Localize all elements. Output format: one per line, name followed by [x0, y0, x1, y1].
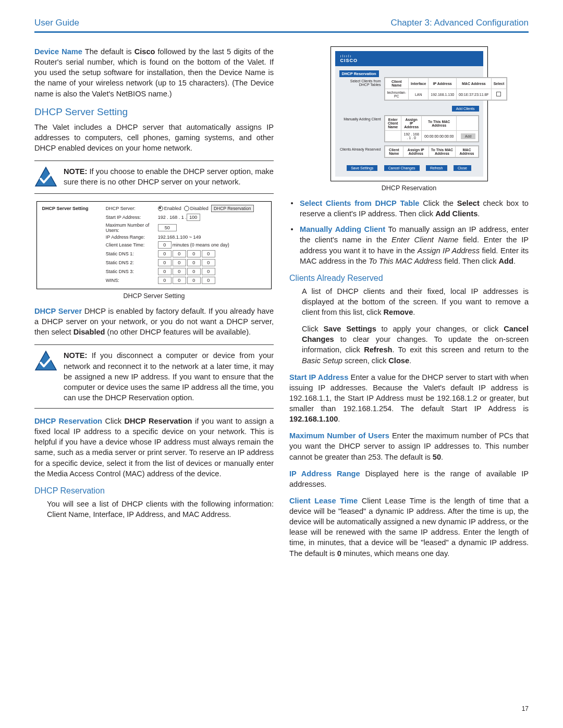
fig2-section-title: DHCP Reservation — [339, 70, 379, 77]
table-row: technonlan-PC LAN 192.168.1.130 00:1E:37… — [385, 89, 507, 100]
fig2-sub-already: Clients Already Reserved — [339, 145, 381, 158]
note-box-1: NOTE: If you choose to enable the DHCP s… — [34, 161, 274, 194]
para-dhcp-intro: The Valet includes a DHCP server that au… — [34, 122, 274, 153]
para-already-2: Click Save Settings to apply your change… — [302, 324, 529, 366]
fig1-label-lease: Client Lease Time: — [106, 242, 158, 248]
fig2-btn-close: Close — [454, 165, 471, 171]
para-resv-intro: You will see a list of DHCP clients with… — [47, 499, 274, 520]
fig1-val-start-last: 100 — [187, 214, 200, 221]
fig2-sub-manual: Manually Adding Client — [339, 115, 381, 142]
para-already-1: A list of DHCP clients and their fixed, … — [302, 286, 529, 317]
header-left: User Guide — [34, 18, 79, 28]
figure-dhcp-reservation: ılıılı CISCO DHCP Reservation Select Cli… — [331, 46, 488, 181]
heading-dhcp-server-setting: DHCP Server Setting — [34, 106, 274, 118]
checkmark-icon — [34, 166, 57, 188]
radio-enabled-icon — [158, 206, 163, 211]
heading-clients-already-reserved: Clients Already Reserved — [289, 274, 529, 283]
fig2-btn-refresh: Refresh — [426, 165, 447, 171]
para-device-name: Device Name The default is Cisco followe… — [34, 46, 274, 99]
term-manually-adding: Manually Adding Client — [300, 225, 385, 233]
radio-disabled-icon — [184, 206, 189, 211]
page-number: 17 — [522, 705, 529, 712]
header-right: Chapter 3: Advanced Configuration — [390, 18, 529, 28]
checkbox-icon — [496, 92, 501, 96]
para-dhcp-reservation: DHCP Reservation Click DHCP Reservation … — [34, 416, 274, 479]
checkmark-icon — [34, 350, 57, 372]
fig1-label-start: Start IP Address: — [106, 215, 158, 220]
term-cisco: Cisco — [134, 47, 155, 56]
term-start-ip: Start IP Address — [289, 373, 348, 381]
fig2-btn-save: Save Settings — [347, 165, 377, 171]
para-dhcp-server: DHCP Server DHCP is enabled by factory d… — [34, 306, 274, 337]
term-client-lease: Client Lease Time — [289, 497, 358, 505]
para-max-users: Maximum Number of Users Enter the maximu… — [289, 430, 529, 462]
svg-marker-1 — [35, 351, 56, 370]
cisco-logo-bar: ılıılı CISCO — [335, 51, 483, 66]
term-dhcp-reservation: DHCP Reservation — [34, 417, 102, 425]
fig1-label-dns3: Static DNS 3: — [106, 269, 158, 274]
fig1-opt-disabled: Disabled — [190, 206, 209, 211]
term-dhcp-server: DHCP Server — [34, 307, 82, 315]
fig1-label-maxusers: Maximum Number of Users: — [106, 223, 158, 233]
list-item: • Manually Adding Client To manually ass… — [289, 224, 529, 266]
fig1-label-wins: WINS: — [106, 278, 158, 283]
fig1-val-lease: 0 — [158, 241, 172, 249]
term-ip-range: IP Address Range — [289, 470, 360, 478]
fig1-opt-enabled: Enabled — [164, 206, 181, 211]
left-column: Device Name The default is Cisco followe… — [34, 46, 274, 565]
page-header: User Guide Chapter 3: Advanced Configura… — [34, 18, 529, 33]
note-1-text: NOTE: If you choose to enable the DHCP s… — [64, 166, 274, 188]
fig1-val-start-prefix: 192 . 168 . 1 . — [158, 215, 187, 220]
fig2-btn-add: Add — [461, 133, 475, 139]
fig1-label-server: DHCP Server: — [106, 206, 158, 211]
right-column: ılıılı CISCO DHCP Reservation Select Cli… — [289, 46, 529, 565]
term-device-name: Device Name — [34, 47, 82, 56]
list-item: • Select Clients from DHCP Table Click t… — [289, 198, 529, 219]
fig1-side-title: DHCP Server Setting — [40, 205, 106, 286]
para-client-lease: Client Lease Time Client Lease Time is t… — [289, 496, 529, 559]
caption-dhcp-server-setting: DHCP Server Setting — [34, 292, 274, 300]
note-box-2: NOTE: If you disconnect a computer or de… — [34, 344, 274, 409]
fig1-btn-reservation: DHCP Reservation — [211, 205, 254, 212]
fig1-lease-suffix: minutes (0 means one day) — [173, 242, 229, 248]
para-start-ip: Start IP Address Enter a value for the D… — [289, 372, 529, 425]
table-row: 192 . 168 . 1 . 0 00:00:00:00:00:00 Add — [385, 131, 478, 142]
fig1-label-dns1: Static DNS 1: — [106, 251, 158, 256]
caption-dhcp-reservation: DHCP Reservation — [289, 184, 529, 192]
note-2-text: NOTE: If you disconnect a computer or de… — [64, 350, 274, 403]
fig2-btn-add-clients: Add Clients — [452, 106, 479, 112]
figure-dhcp-server-setting: DHCP Server Setting DHCP Server: Enabled… — [36, 201, 272, 289]
fig2-btn-cancel: Cancel Changes — [384, 165, 420, 171]
svg-marker-0 — [35, 167, 56, 186]
fig1-val-range: 192.168.1.100 ~ 149 — [158, 235, 201, 240]
term-select-clients: Select Clients from DHCP Table — [300, 199, 419, 207]
term-max-users: Maximum Number of Users — [289, 431, 389, 440]
fig2-sub-select-clients: Select Clients from DHCP Tables — [339, 77, 381, 101]
fig1-label-range: IP Address Range: — [106, 235, 158, 240]
fig1-val-maxusers: 50 — [158, 224, 177, 231]
heading-dhcp-reservation: DHCP Reservation — [34, 486, 274, 496]
fig1-label-dns2: Static DNS 2: — [106, 260, 158, 265]
para-ip-range: IP Address Range Displayed here is the r… — [289, 468, 529, 489]
